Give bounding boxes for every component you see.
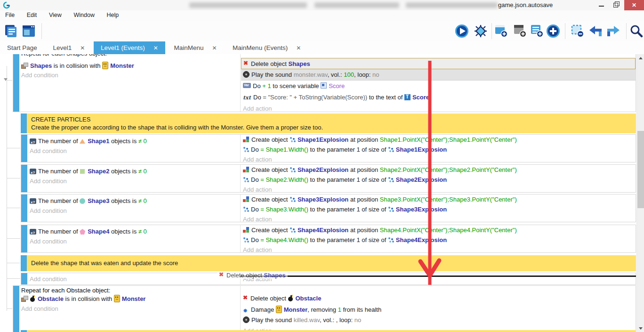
tab-level1[interactable]: Level1 — [46, 41, 92, 54]
comment-partial-bottom[interactable] — [21, 330, 636, 332]
action-row-play-sound[interactable]: Play the sound monster.wav, vol.: 100, l… — [241, 69, 636, 81]
redo-icon[interactable] — [606, 24, 620, 38]
add-condition-link[interactable]: Add condition — [30, 207, 67, 215]
add-condition-link[interactable]: Add condition — [30, 238, 67, 245]
action-row-set-size[interactable]: Do = Shape1.Width() to the parameter 1 o… — [241, 145, 636, 154]
event-empty-drop-target[interactable]: Add condition Add action — [21, 273, 636, 285]
tab-mainmenu-events[interactable]: MainMenu (Events) — [225, 41, 308, 54]
scene-editor-icon[interactable] — [22, 24, 36, 38]
action-row-set-size[interactable]: Do = Shape4.Width() to the parameter 1 o… — [241, 235, 636, 245]
menu-edit[interactable]: Edit — [22, 10, 42, 18]
scrollbar-thumb[interactable] — [637, 131, 644, 208]
condition-action-divider[interactable] — [240, 194, 241, 222]
event-bar[interactable] — [21, 225, 27, 252]
add-condition-link[interactable]: Add condition — [30, 275, 67, 283]
particle-icon — [243, 237, 249, 243]
add-action-link[interactable]: Add action — [241, 214, 636, 223]
condition-row[interactable]: The number of Shape3 objects is ≠ 0 — [30, 197, 147, 205]
event-bar[interactable] — [13, 286, 19, 332]
event-shape1[interactable]: The number of Shape1 objects is ≠ 0 Add … — [21, 134, 636, 162]
add-condition-link[interactable]: Add condition — [30, 147, 67, 155]
add-other-event-icon[interactable] — [546, 24, 560, 38]
action-text: Do — [253, 82, 262, 89]
add-action-link[interactable]: Add action — [241, 185, 636, 193]
collapse-arrow-icon[interactable] — [4, 78, 8, 81]
condition-action-divider[interactable] — [240, 165, 241, 192]
action-row-create-object[interactable]: Create object Shape4Explosion at positio… — [241, 225, 636, 235]
add-action-link[interactable]: Add action — [241, 103, 636, 113]
object-name: Obstacle — [296, 295, 322, 302]
action-row-set-size[interactable]: Do = Shape3.Width() to the parameter 1 o… — [241, 204, 636, 214]
event-repeat-obstacle[interactable]: Repeat for each Obstacle object: Obstacl… — [13, 285, 636, 332]
vertical-scrollbar[interactable] — [636, 54, 644, 332]
event-header[interactable]: Repeat for each Shapes object: — [21, 54, 107, 57]
event-shape2[interactable]: The number of Shape2 objects is ≠ 0 Add … — [21, 164, 636, 193]
add-condition-link[interactable]: Add condition — [21, 72, 58, 79]
close-button[interactable] — [624, 0, 644, 10]
event-shape4[interactable]: The number of Shape4 objects is ≠ 0 Add … — [21, 225, 636, 253]
restore-button[interactable] — [609, 0, 623, 10]
add-sub-event-icon[interactable] — [513, 24, 527, 38]
condition-row[interactable]: Obstacle is in collision with Monster — [21, 295, 145, 303]
add-action-link[interactable]: Add action — [241, 154, 636, 163]
condition-action-divider[interactable] — [240, 225, 241, 252]
menu-view[interactable]: View — [44, 10, 67, 18]
event-bar[interactable] — [21, 273, 27, 284]
action-row-create-object[interactable]: Create object Shape3Explosion at positio… — [241, 194, 636, 204]
tab-close-icon[interactable] — [80, 42, 85, 55]
action-row-set-text[interactable]: Do = "Score: " + ToString(Variable(Score… — [241, 92, 636, 103]
action-row-create-object[interactable]: Create object Shape2Explosion at positio… — [241, 165, 636, 175]
condition-action-divider[interactable] — [240, 286, 241, 332]
menu-help[interactable]: Help — [102, 10, 124, 18]
action-row-create-object[interactable]: Create object Shape1Explosion at positio… — [241, 135, 636, 145]
add-event-icon[interactable] — [494, 24, 508, 38]
event-repeat-shapes[interactable]: Repeat for each Shapes object: Shapes is… — [13, 54, 636, 112]
event-bar[interactable] — [13, 54, 19, 112]
action-text: Do — [253, 94, 263, 101]
play-preview-icon[interactable] — [455, 24, 469, 38]
add-condition-link[interactable]: Add condition — [21, 305, 58, 313]
action-row-set-size[interactable]: Do = Shape2.Width() to the parameter 1 o… — [241, 175, 636, 185]
condition-text: The number of — [38, 228, 80, 235]
comment-delete-shape[interactable]: Delete the shape that was eaten and upda… — [21, 255, 636, 271]
event-bar[interactable] — [21, 135, 27, 162]
menu-window[interactable]: Window — [68, 10, 99, 18]
condition-row[interactable]: The number of Shape4 objects is ≠ 0 — [30, 228, 147, 235]
add-action-link[interactable]: Add action — [241, 245, 636, 253]
tab-level1-events[interactable]: Level1 (Events) — [94, 41, 165, 54]
condition-action-divider[interactable] — [240, 54, 241, 112]
condition-action-divider[interactable] — [240, 135, 241, 162]
debug-icon[interactable] — [474, 24, 488, 38]
minimize-button[interactable] — [594, 0, 608, 10]
action-row-damage-monster[interactable]: Damage Monster, removing 1 from its heal… — [241, 304, 636, 315]
tab-mainmenu[interactable]: MainMenu — [167, 41, 224, 54]
tab-close-icon[interactable] — [296, 42, 301, 55]
project-manager-icon[interactable] — [4, 24, 18, 38]
actions-column: Create object Shape4Explosion at positio… — [241, 225, 636, 253]
add-comment-icon[interactable] — [530, 24, 544, 38]
event-bar[interactable] — [21, 165, 27, 192]
action-text: from its health — [341, 306, 381, 313]
event-bar[interactable] — [21, 194, 27, 222]
condition-row[interactable]: The number of Shape1 objects is ≠ 0 — [30, 138, 147, 145]
event-header[interactable]: Repeat for each Obstacle object: — [21, 287, 110, 294]
action-row-delete-obstacle[interactable]: Delete object Obstacle — [241, 293, 636, 304]
tab-close-icon[interactable] — [153, 42, 158, 55]
search-icon[interactable] — [629, 24, 643, 38]
tab-close-icon[interactable] — [212, 42, 217, 55]
action-row-scene-variable[interactable]: Do + 1 to scene variable Score — [241, 81, 636, 92]
add-condition-link[interactable]: Add condition — [30, 178, 67, 185]
scroll-up-button[interactable] — [637, 54, 644, 62]
condition-row[interactable]: The number of Shape2 objects is ≠ 0 — [30, 168, 147, 175]
action-text: Do — [251, 176, 260, 183]
tab-start-page[interactable]: Start Page — [0, 41, 44, 54]
action-row-delete-shapes[interactable]: Delete object Shapes — [241, 58, 636, 69]
condition-row[interactable]: Shapes is in collision with Monster — [21, 62, 134, 70]
event-shape3[interactable]: The number of Shape3 objects is ≠ 0 Add … — [21, 194, 636, 222]
comment-create-particles[interactable]: CREATE PARTICLES Create the proper one a… — [21, 113, 636, 133]
action-row-play-sound[interactable]: Play the sound killed.wav, vol.: , loop:… — [241, 315, 636, 325]
scroll-down-button[interactable] — [637, 324, 644, 332]
menu-file[interactable]: File — [0, 10, 20, 18]
undo-icon[interactable] — [588, 24, 603, 38]
remove-event-icon[interactable] — [571, 24, 585, 38]
